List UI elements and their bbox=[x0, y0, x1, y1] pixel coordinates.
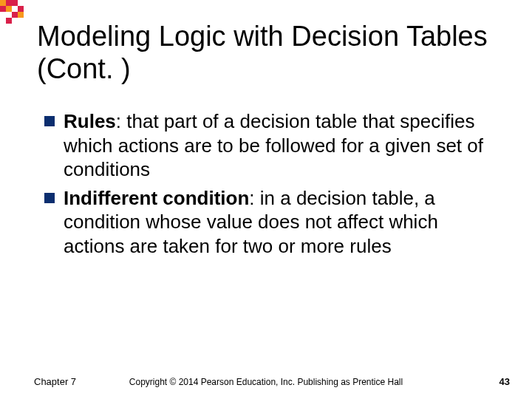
slide: Modeling Logic with Decision Tables (Con… bbox=[0, 0, 532, 399]
svg-rect-4 bbox=[6, 6, 12, 12]
bullet-text: Rules: that part of a decision table tha… bbox=[64, 109, 502, 182]
copyright-text: Copyright © 2014 Pearson Education, Inc.… bbox=[0, 377, 532, 387]
list-item: Indifferent condition: in a decision tab… bbox=[44, 186, 502, 259]
slide-body: Rules: that part of a decision table tha… bbox=[44, 109, 502, 262]
slide-footer: Chapter 7 Copyright © 2014 Pearson Educa… bbox=[0, 372, 532, 387]
term: Indifferent condition bbox=[64, 187, 249, 209]
svg-rect-8 bbox=[6, 18, 12, 24]
page-number: 43 bbox=[499, 376, 510, 387]
square-bullet-icon bbox=[44, 116, 55, 126]
term: Rules bbox=[64, 110, 116, 132]
slide-title: Modeling Logic with Decision Tables (Con… bbox=[37, 21, 510, 85]
svg-rect-3 bbox=[0, 6, 6, 12]
square-bullet-icon bbox=[44, 193, 55, 203]
svg-rect-1 bbox=[6, 0, 12, 6]
svg-rect-7 bbox=[18, 12, 24, 18]
definition: : that part of a decision table that spe… bbox=[64, 110, 483, 180]
svg-rect-2 bbox=[12, 0, 18, 6]
svg-rect-6 bbox=[12, 12, 18, 18]
svg-rect-0 bbox=[0, 0, 6, 6]
svg-rect-5 bbox=[18, 6, 24, 12]
bullet-text: Indifferent condition: in a decision tab… bbox=[64, 186, 502, 259]
corner-decoration-icon bbox=[0, 0, 30, 27]
list-item: Rules: that part of a decision table tha… bbox=[44, 109, 502, 182]
